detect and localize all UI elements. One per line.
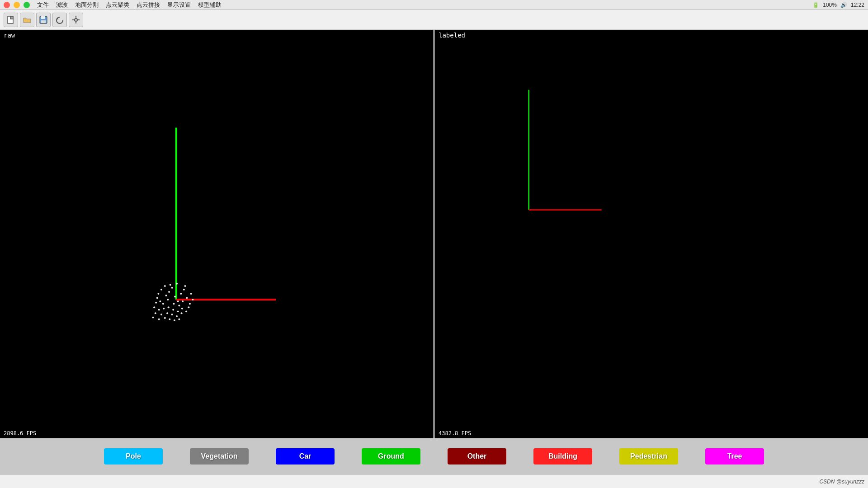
toolbar: [0, 10, 868, 30]
svg-point-36: [158, 309, 160, 310]
viewports: raw 2898.6 FPS: [0, 30, 868, 438]
svg-point-23: [162, 303, 164, 305]
svg-point-13: [159, 300, 161, 302]
svg-point-51: [164, 317, 166, 319]
legend-btn-tree[interactable]: Tree: [705, 448, 764, 465]
svg-point-44: [166, 312, 168, 314]
menu-display-settings[interactable]: 显示设置: [167, 1, 191, 9]
svg-rect-4: [41, 20, 46, 23]
legend-item-vegetation: Vegetation: [190, 448, 249, 465]
status-bar: CSDN @suyunzzz: [0, 474, 868, 488]
menu-file[interactable]: 文件: [37, 1, 49, 9]
svg-point-27: [182, 300, 184, 302]
svg-point-20: [183, 289, 185, 291]
legend-btn-pedestrian[interactable]: Pedestrian: [619, 448, 678, 465]
svg-point-29: [192, 299, 194, 300]
watermark: CSDN @suyunzzz: [819, 479, 864, 485]
main-area: raw 2898.6 FPS: [0, 30, 868, 474]
svg-point-14: [165, 295, 167, 296]
legend-bar: PoleVegetationCarGroundOtherBuildingPede…: [0, 438, 868, 474]
svg-point-9: [157, 293, 159, 295]
legend-btn-vegetation[interactable]: Vegetation: [190, 448, 249, 465]
svg-point-10: [160, 289, 162, 291]
legend-btn-ground[interactable]: Ground: [362, 448, 420, 465]
battery-icon: 🔋: [812, 2, 819, 8]
svg-rect-1: [10, 16, 13, 19]
maximize-button[interactable]: [24, 2, 30, 8]
legend-item-pole: Pole: [104, 448, 163, 465]
svg-point-37: [163, 308, 165, 310]
minimize-button[interactable]: [14, 2, 20, 8]
raw-label: raw: [4, 32, 15, 39]
svg-point-17: [174, 296, 176, 298]
svg-point-18: [177, 300, 179, 302]
labeled-label: labeled: [439, 32, 465, 39]
svg-point-40: [177, 310, 179, 312]
svg-point-35: [153, 306, 155, 308]
legend-item-building: Building: [533, 448, 592, 465]
title-bar: 文件 滤波 地面分割 点云聚类 点云拼接 显示设置 模型辅助 🔋 100% 🔊 …: [0, 0, 868, 10]
svg-point-41: [181, 308, 183, 310]
svg-rect-3: [41, 16, 45, 19]
svg-point-49: [152, 317, 154, 319]
close-button[interactable]: [4, 2, 10, 8]
svg-point-16: [171, 287, 173, 289]
svg-point-19: [180, 293, 182, 295]
raw-fps: 2898.6 FPS: [4, 430, 36, 436]
raw-scene: [0, 30, 433, 415]
svg-point-32: [176, 283, 178, 285]
system-tray: 🔋 100% 🔊 12:22: [812, 2, 864, 8]
svg-point-24: [167, 299, 169, 300]
svg-point-11: [164, 285, 166, 287]
labeled-scene: [435, 30, 868, 266]
svg-point-45: [171, 314, 173, 315]
svg-point-33: [184, 285, 186, 287]
open-button[interactable]: [20, 13, 34, 27]
legend-btn-car[interactable]: Car: [276, 448, 335, 465]
clock: 12:22: [851, 2, 864, 8]
svg-point-31: [170, 284, 171, 286]
save-button[interactable]: [36, 13, 51, 27]
svg-point-15: [168, 291, 170, 293]
legend-item-other: Other: [448, 448, 506, 465]
svg-point-21: [186, 297, 188, 299]
legend-item-pedestrian: Pedestrian: [619, 448, 678, 465]
menu-point-stitch[interactable]: 点云拼接: [137, 1, 160, 9]
svg-point-30: [155, 302, 157, 304]
labeled-fps: 4382.8 FPS: [439, 430, 471, 436]
svg-point-39: [172, 309, 174, 310]
raw-viewport[interactable]: raw 2898.6 FPS: [0, 30, 433, 438]
svg-point-12: [156, 297, 158, 299]
menu-filter[interactable]: 滤波: [56, 1, 68, 9]
svg-point-25: [173, 303, 175, 305]
menu-ground-seg[interactable]: 地面分割: [75, 1, 99, 9]
legend-item-tree: Tree: [705, 448, 764, 465]
svg-point-47: [181, 312, 183, 314]
svg-point-22: [189, 303, 191, 305]
svg-point-50: [158, 318, 160, 320]
svg-point-52: [169, 318, 170, 320]
menu-model-assist[interactable]: 模型辅助: [198, 1, 222, 9]
svg-point-28: [188, 306, 189, 308]
menu-bar: 文件 滤波 地面分割 点云聚类 点云拼接 显示设置 模型辅助: [37, 1, 222, 9]
battery-percent: 100%: [823, 2, 837, 8]
legend-item-ground: Ground: [362, 448, 420, 465]
labeled-viewport[interactable]: labeled 4382.8 FPS: [435, 30, 868, 438]
undo-button[interactable]: [52, 13, 67, 27]
svg-point-42: [155, 312, 156, 314]
svg-point-6: [75, 19, 77, 21]
svg-point-53: [174, 319, 175, 321]
menu-point-cluster[interactable]: 点云聚类: [106, 1, 129, 9]
svg-point-43: [160, 314, 162, 315]
new-button[interactable]: [4, 13, 18, 27]
svg-point-34: [190, 293, 192, 295]
svg-point-26: [178, 305, 180, 306]
settings-button[interactable]: [69, 13, 83, 27]
svg-point-38: [168, 306, 170, 308]
svg-point-46: [176, 315, 178, 317]
volume-icon: 🔊: [840, 2, 847, 8]
svg-point-54: [178, 318, 180, 320]
legend-btn-building[interactable]: Building: [533, 448, 592, 465]
legend-btn-other[interactable]: Other: [448, 448, 506, 465]
legend-btn-pole[interactable]: Pole: [104, 448, 163, 465]
